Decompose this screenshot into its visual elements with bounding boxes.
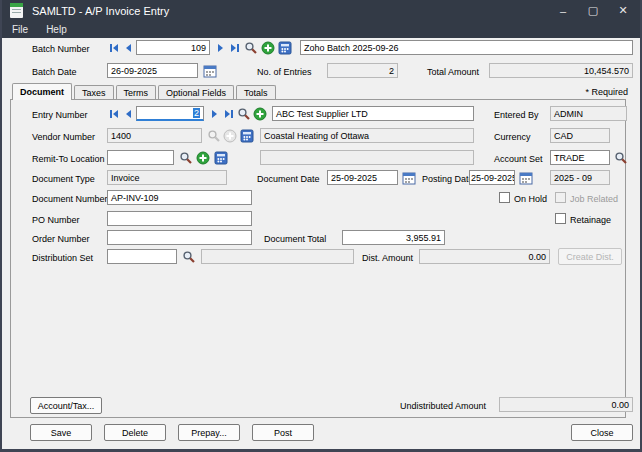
remit-drilldown-icon[interactable] [213,150,228,165]
entry-finder-icon[interactable] [236,106,251,121]
menu-file[interactable]: File [12,24,28,35]
post-button[interactable]: Post [252,424,314,441]
title-bar: SAMLTD - A/P Invoice Entry [2,0,640,21]
distribution-set-finder-icon[interactable] [181,249,196,264]
on-hold-label: On Hold [514,194,547,204]
batch-description-input[interactable]: Zoho Batch 2025-09-26 [300,40,633,55]
remit-to-input[interactable] [107,150,174,165]
vendor-new-icon-disabled [222,128,237,143]
batch-number-input[interactable]: 109 [136,40,210,55]
new-entry-icon[interactable] [252,106,267,121]
vendor-number-label: Vendor Number [32,132,95,142]
currency-value: CAD [550,128,610,143]
next-record-icon[interactable] [213,40,228,55]
required-note: * Required [585,87,628,97]
document-total-label: Document Total [264,234,326,244]
total-amount-value: 10,454.570 [489,63,633,78]
first-record-icon[interactable] [106,40,121,55]
undistributed-amount-value: 0.00 [499,397,633,412]
supplier-name-input[interactable]: ABC Test Supplier LTD [272,106,474,121]
year-period-value: 2025 - 09 [550,170,610,185]
delete-button[interactable]: Delete [104,424,166,441]
dist-amount-label: Dist. Amount [362,253,413,263]
document-type-value: Invoice [107,170,227,185]
retainage-checkbox[interactable] [555,213,566,224]
batch-number-label: Batch Number [32,44,90,54]
po-number-label: PO Number [32,215,80,225]
menu-bar: File Help [2,21,640,38]
document-total-value[interactable]: 3,955.91 [342,230,445,245]
create-dist-button: Create Dist. [558,248,622,265]
vendor-drilldown-icon[interactable] [239,128,254,143]
total-amount-label: Total Amount [427,67,479,77]
document-number-input[interactable]: AP-INV-109 [107,190,252,205]
tab-strip: Document Taxes Terms Optional Fields Tot… [12,84,278,100]
dist-amount-value: 0.00 [419,249,550,264]
save-button[interactable]: Save [30,424,92,441]
entry-previous-icon[interactable] [120,106,135,121]
po-number-input[interactable] [107,211,252,226]
posting-date-label: Posting Date [422,174,474,184]
account-set-input[interactable]: TRADE [550,150,610,165]
on-hold-checkbox[interactable] [499,192,510,203]
vendor-name-value: Coastal Heating of Ottawa [260,128,474,143]
distribution-set-description [201,249,354,264]
tab-terms[interactable]: Terms [116,85,157,100]
maximize-button[interactable]: ▢ [578,0,608,21]
document-date-calendar-icon[interactable] [401,170,416,185]
vendor-finder-icon-disabled [206,128,221,143]
document-number-label: Document Number * [32,194,114,204]
entries-value: 2 [327,63,398,78]
entered-by-label: Entered By [494,110,539,120]
account-set-label: Account Set [494,154,543,164]
remit-new-icon[interactable] [195,150,210,165]
prepay-button[interactable]: Prepay... [178,424,240,441]
account-set-finder-icon[interactable] [613,150,628,165]
previous-record-icon[interactable] [120,40,135,55]
entry-number-selected-text: 2 [193,108,200,118]
currency-label: Currency [494,132,531,142]
ap-invoice-entry-window: SAMLTD - A/P Invoice Entry – ▢ ✕ File He… [0,0,642,452]
tab-totals[interactable]: Totals [236,85,276,100]
entries-label: No. of Entries [257,67,312,77]
posting-date-calendar-icon[interactable] [518,170,533,185]
remit-description-value [260,150,474,165]
new-batch-icon[interactable] [260,40,275,55]
order-number-label: Order Number [32,234,90,244]
job-related-label: Job Related [570,194,618,204]
distribution-set-label: Distribution Set [32,253,93,263]
batch-finder-icon[interactable] [243,40,258,55]
document-type-label: Document Type [32,174,95,184]
entered-by-value: ADMIN [550,106,627,121]
entry-last-icon[interactable] [221,106,236,121]
tab-taxes[interactable]: Taxes [74,85,114,100]
batch-date-input[interactable]: 26-09-2025 [107,63,198,78]
distribution-set-input[interactable] [107,249,177,264]
batch-date-label: Batch Date [32,67,77,77]
entry-first-icon[interactable] [106,106,121,121]
entry-number-label: Entry Number [32,110,88,120]
entry-next-icon[interactable] [207,106,222,121]
remit-finder-icon[interactable] [178,150,193,165]
vendor-number-value: 1400 [107,128,202,143]
posting-date-input[interactable]: 25-09-2025 [469,170,515,185]
tab-document[interactable]: Document [12,83,72,100]
account-tax-button[interactable]: Account/Tax... [30,397,102,414]
last-record-icon[interactable] [227,40,242,55]
app-icon [10,3,23,18]
document-date-input[interactable]: 25-09-2025 [327,170,398,185]
window-title: SAMLTD - A/P Invoice Entry [32,5,169,17]
order-number-input[interactable] [107,230,252,245]
job-related-checkbox [555,192,566,203]
batch-drilldown-icon[interactable] [277,40,292,55]
remit-to-label: Remit-To Location [32,154,105,164]
undistributed-amount-label: Undistributed Amount [400,401,486,411]
tab-optional-fields[interactable]: Optional Fields [158,85,234,100]
close-button[interactable]: Close [571,424,633,441]
close-window-button[interactable]: ✕ [608,0,638,21]
minimize-button[interactable]: – [548,0,578,21]
batch-date-calendar-icon[interactable] [202,63,217,78]
menu-help[interactable]: Help [46,24,67,35]
retainage-label: Retainage [570,215,611,225]
entry-number-input[interactable]: 2 [136,106,204,121]
